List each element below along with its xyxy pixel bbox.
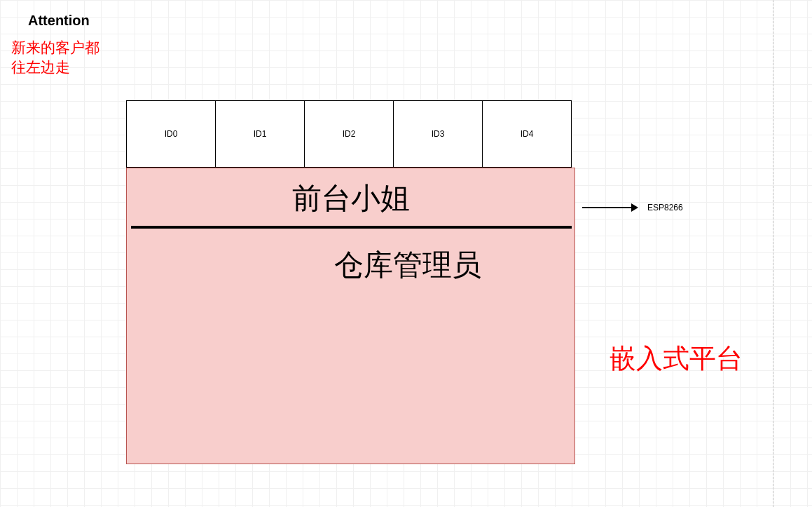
attention-note-line1: 新来的客户都	[11, 39, 99, 56]
arrow-head-icon	[631, 203, 638, 212]
id-box-1: ID1	[215, 100, 305, 168]
diagram-canvas: Attention 新来的客户都 往左边走 ID0 ID1 ID2 ID3 ID…	[0, 0, 812, 507]
id-box-row: ID0 ID1 ID2 ID3 ID4	[126, 100, 572, 168]
id-box-3: ID3	[393, 100, 483, 168]
arrow-to-esp	[582, 203, 638, 212]
embedded-platform-label: 嵌入式平台	[610, 341, 743, 377]
esp8266-label: ESP8266	[647, 203, 683, 212]
arrow-line	[582, 207, 633, 208]
id-box-4: ID4	[482, 100, 572, 168]
attention-note: 新来的客户都 往左边走	[11, 38, 99, 78]
divider-line	[131, 226, 572, 229]
id-box-2: ID2	[304, 100, 394, 168]
front-desk-label: 前台小姐	[126, 179, 575, 218]
warehouse-manager-label: 仓库管理员	[334, 245, 481, 285]
attention-title: Attention	[28, 13, 90, 29]
id-box-0: ID0	[126, 100, 216, 168]
attention-note-line2: 往左边走	[11, 59, 70, 76]
